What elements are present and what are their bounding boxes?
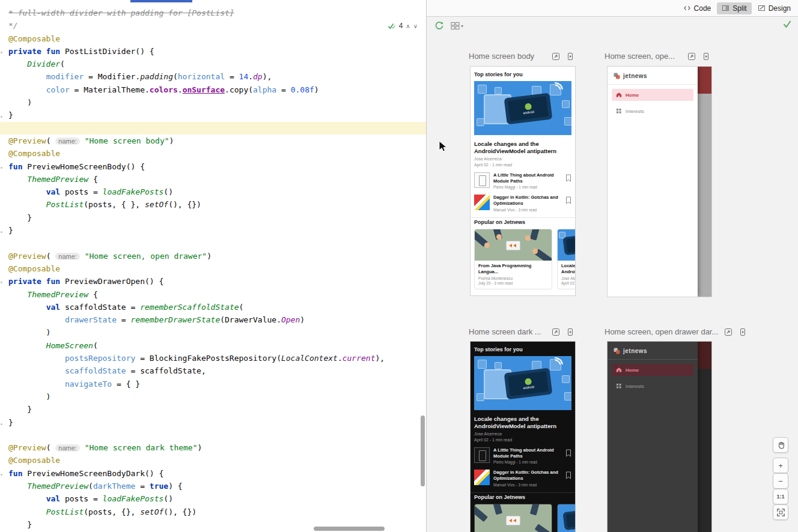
drawer-item-home[interactable]: Home bbox=[612, 89, 693, 101]
preview-card-home-screen-open-drawer-dark[interactable]: jetnews Home Interests bbox=[607, 341, 712, 532]
code-line[interactable]: } bbox=[0, 403, 426, 416]
code-line[interactable] bbox=[0, 122, 426, 135]
hero-post-image[interactable]: android bbox=[474, 81, 571, 135]
mode-button-code[interactable]: Code bbox=[678, 2, 716, 14]
code-line[interactable]: HomeScreen( bbox=[0, 339, 426, 352]
preview-card-home-screen-body[interactable]: Top stories for you android bbox=[470, 66, 576, 296]
hero-post-title[interactable]: Locale changes and the AndroidViewModel … bbox=[474, 141, 571, 155]
code-line[interactable]: @Composable bbox=[0, 32, 426, 45]
code-line[interactable]: Divider( bbox=[0, 58, 426, 70]
code-line[interactable]: ▾private fun PostListDivider() { bbox=[0, 45, 426, 58]
code-line[interactable]: val posts = loadFakePosts() bbox=[0, 186, 426, 198]
code-line[interactable]: navigateTo = { } bbox=[0, 378, 426, 390]
code-line[interactable]: ThemedPreview(darkTheme = true) { bbox=[0, 480, 426, 492]
gallery-view-button[interactable]: ▾ bbox=[451, 22, 463, 30]
code-line[interactable]: ▾private fun PreviewDrawerOpen() { bbox=[0, 275, 426, 288]
code-line[interactable]: @Preview( name: "Home screen body") bbox=[0, 135, 426, 147]
code-line[interactable]: @Preview( name: "Home screen dark theme"… bbox=[0, 441, 426, 454]
code-line[interactable]: ▾fun PreviewHomeScreenBody() { bbox=[0, 160, 426, 173]
fold-marker-icon[interactable]: ▾ bbox=[0, 468, 8, 481]
hero-post-title[interactable]: Locale changes and the AndroidViewModel … bbox=[474, 416, 571, 430]
popular-card[interactable]: Locale changes and the AndroidView... Jo… bbox=[557, 504, 576, 532]
fold-marker-icon[interactable]: ▴ bbox=[0, 225, 8, 238]
code-line[interactable]: @Composable bbox=[0, 262, 426, 275]
interactive-mode-icon[interactable] bbox=[552, 52, 560, 61]
zoom-out-button[interactable]: − bbox=[773, 473, 788, 489]
editor-vertical-scrollbar[interactable] bbox=[421, 416, 425, 486]
pan-tool-button[interactable] bbox=[773, 437, 788, 453]
fold-marker-icon[interactable]: ▴ bbox=[0, 110, 8, 122]
next-issue-icon[interactable]: ∨ bbox=[413, 23, 418, 29]
code-line[interactable]: * full-width divider with padding for [P… bbox=[0, 7, 426, 19]
hero-post-image[interactable]: android bbox=[474, 356, 571, 410]
post-row[interactable]: Dagger in Kotlin: Gotchas and Optimizati… bbox=[474, 470, 571, 487]
fold-marker-icon[interactable]: ▾ bbox=[0, 162, 8, 174]
bookmark-icon[interactable] bbox=[565, 196, 571, 207]
code-line[interactable]: @Preview( name: "Home screen, open drawe… bbox=[0, 250, 426, 262]
preview-card-home-screen-dark[interactable]: Top stories for you android bbox=[470, 341, 576, 532]
zoom-actual-size-button[interactable]: 1:1 bbox=[773, 489, 788, 504]
zoom-in-button[interactable]: + bbox=[773, 458, 788, 473]
interactive-mode-icon[interactable] bbox=[724, 328, 733, 336]
post-row[interactable]: Dagger in Kotlin: Gotchas and Optimizati… bbox=[474, 195, 571, 212]
interactive-mode-icon[interactable] bbox=[687, 52, 696, 61]
fold-marker-icon[interactable]: ▾ bbox=[0, 276, 8, 289]
drawer-item-home[interactable]: Home bbox=[612, 364, 693, 376]
code-line[interactable]: color = MaterialTheme.colors.onSurface.c… bbox=[0, 83, 426, 96]
code-line[interactable]: ) bbox=[0, 326, 426, 339]
bookmark-icon[interactable] bbox=[565, 471, 571, 482]
code-line[interactable]: ▾fun PreviewHomeScreenBodyDark() { bbox=[0, 467, 426, 480]
app-drawer[interactable]: jetnews Home Interests bbox=[608, 342, 698, 532]
code-line[interactable]: @Composable bbox=[0, 454, 426, 467]
inspections-widget[interactable]: 4 ∧ ∨ bbox=[388, 22, 418, 30]
run-on-device-icon[interactable] bbox=[739, 328, 747, 336]
preview-card-home-screen-open-drawer[interactable]: jetnews Home Interests bbox=[607, 66, 712, 297]
code-line[interactable]: @Composable bbox=[0, 147, 426, 160]
refresh-previews-button[interactable] bbox=[434, 20, 445, 34]
mode-button-split[interactable]: Split bbox=[717, 2, 751, 14]
code-line[interactable]: ) bbox=[0, 96, 426, 109]
code-line[interactable]: ) bbox=[0, 390, 426, 403]
run-on-device-icon[interactable] bbox=[702, 52, 710, 61]
post-row[interactable]: A Little Thing about Android Module Path… bbox=[474, 447, 571, 465]
fold-marker-icon[interactable]: ▾ bbox=[0, 46, 8, 59]
code-lines[interactable]: * full-width divider with padding for [P… bbox=[0, 7, 426, 531]
code-line[interactable]: modifier = Modifier.padding(horizontal =… bbox=[0, 70, 426, 83]
code-line[interactable]: } bbox=[0, 211, 426, 224]
code-line[interactable]: PostList(posts, { }, setOf(), {}) bbox=[0, 198, 426, 211]
code-line[interactable]: ThemedPreview { bbox=[0, 173, 426, 186]
drawer-item-interests[interactable]: Interests bbox=[612, 380, 693, 392]
fold-marker-icon[interactable]: ▴ bbox=[0, 417, 8, 430]
bookmark-icon[interactable] bbox=[565, 174, 571, 184]
code-line[interactable]: val scaffoldState = rememberScaffoldStat… bbox=[0, 301, 426, 313]
editor-horizontal-scrollbar[interactable] bbox=[314, 527, 385, 531]
drawer-item-interests[interactable]: Interests bbox=[612, 105, 693, 117]
popular-carousel[interactable]: From Java Programming Langua... Florina … bbox=[474, 504, 575, 532]
run-on-device-icon[interactable] bbox=[566, 52, 574, 61]
code-editor[interactable]: * full-width divider with padding for [P… bbox=[0, 0, 427, 532]
code-line[interactable]: ▴} bbox=[0, 109, 426, 121]
post-row[interactable]: A Little Thing about Android Module Path… bbox=[474, 172, 571, 190]
previous-issue-icon[interactable]: ∧ bbox=[406, 23, 410, 29]
popular-card[interactable]: Locale changes and the AndroidView... Jo… bbox=[557, 229, 576, 290]
code-line[interactable]: ▴} bbox=[0, 224, 426, 237]
app-drawer[interactable]: jetnews Home Interests bbox=[608, 67, 698, 297]
bookmark-icon[interactable] bbox=[565, 449, 571, 459]
mode-button-design[interactable]: Design bbox=[753, 2, 796, 14]
code-line[interactable]: drawerState = rememberDrawerState(Drawer… bbox=[0, 313, 426, 326]
popular-card[interactable]: From Java Programming Langua... Florina … bbox=[474, 229, 552, 290]
code-line[interactable]: PostList(posts, {}, setOf(), {}) bbox=[0, 506, 426, 518]
zoom-to-fit-button[interactable] bbox=[773, 504, 788, 520]
code-line[interactable]: */ bbox=[0, 19, 426, 32]
code-line[interactable]: ThemedPreview { bbox=[0, 288, 426, 301]
code-line[interactable]: scaffoldState = scaffoldState, bbox=[0, 364, 426, 377]
interactive-mode-icon[interactable] bbox=[552, 328, 560, 336]
code-line[interactable]: val posts = loadFakePosts() bbox=[0, 492, 426, 505]
code-line[interactable] bbox=[0, 429, 426, 441]
popular-carousel[interactable]: From Java Programming Langua... Florina … bbox=[474, 229, 575, 290]
popular-card[interactable]: From Java Programming Langua... Florina … bbox=[474, 504, 552, 532]
run-on-device-icon[interactable] bbox=[566, 328, 574, 336]
code-line[interactable] bbox=[0, 237, 426, 249]
code-line[interactable]: postsRepository = BlockingFakePostsRepos… bbox=[0, 352, 426, 364]
code-line[interactable]: ▴} bbox=[0, 416, 426, 429]
